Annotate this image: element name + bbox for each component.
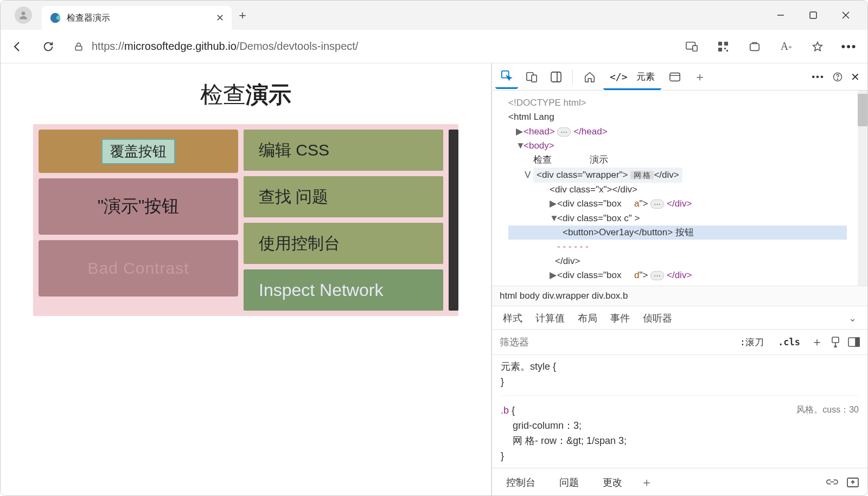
dom-text-inspect: 检查演示 [508,153,847,167]
application-tab-icon[interactable] [663,68,686,86]
styles-tab[interactable]: 样式 [503,312,522,325]
dom-div-x[interactable]: <div class="x"></div> [508,183,847,197]
screencast-icon[interactable] [681,37,703,56]
svg-rect-6 [75,46,82,50]
device-toggle-icon[interactable] [520,68,543,86]
welcome-tab-icon[interactable] [578,68,601,86]
favorite-icon[interactable] [807,37,828,56]
dom-wrapper[interactable]: V <div class="wrapper">网 格</div> [508,168,847,183]
browser-tab[interactable]: 检查器演示 ✕ [42,6,232,30]
svg-rect-17 [532,75,537,82]
toggle-pane-icon[interactable] [848,337,860,347]
read-aloud-icon[interactable]: A» [775,37,797,56]
changes-tab[interactable]: 更改 [597,473,628,492]
refresh-button[interactable] [39,37,58,56]
dom-box-d[interactable]: ▶<div class="box d"> ⋯ </div> [508,268,847,282]
overlay-button[interactable]: 覆盖按钮 [101,139,175,164]
grid-scrollbar[interactable] [449,130,458,311]
layout-tab[interactable]: 布局 [578,312,597,325]
dom-overlay-button[interactable]: <button>Over1ay</button> 按钮 [508,226,847,240]
computed-tab[interactable]: 计算值 [535,312,565,325]
devtools-tabs: </> 元素 ＋ ••• ✕ [492,63,867,91]
new-style-icon[interactable]: ＋ [811,334,823,350]
events-tab[interactable]: 事件 [610,312,630,325]
tab-title: 检查器演示 [67,12,210,24]
drawer-expand-icon[interactable] [847,478,859,487]
dom-box-a[interactable]: ▶<div class="box a"> ⋯ </div> [508,197,847,211]
right-column: 编辑 CSS 查找 问题 使用控制台 Inspect Network [244,130,443,311]
devtools-panel: </> 元素 ＋ ••• ✕ <!DOCTYPE html> <html Lan… [491,63,867,496]
cls-button[interactable]: .cls [775,336,803,349]
svg-rect-11 [718,48,722,51]
dom-tree[interactable]: <!DOCTYPE html> <html Lang ▶<head> ⋯ </h… [492,91,858,286]
add-tab-icon[interactable]: ＋ [688,66,711,88]
hov-button[interactable]: :滚刀 [737,335,767,350]
rule-b[interactable]: 风格。cuss：30 .b { grid-column：3; 网 格- row：… [501,403,859,468]
add-drawer-tab-icon[interactable]: ＋ [641,474,653,491]
minimize-icon[interactable] [774,9,787,22]
qr-icon[interactable] [712,37,734,56]
back-button[interactable] [8,37,28,56]
drawer-tabs: 控制台 问题 更改 ＋ [492,468,867,496]
issues-tab[interactable]: 问题 [554,473,584,492]
collections-icon[interactable] [744,37,765,56]
listeners-tab[interactable]: 侦听器 [643,312,672,325]
maximize-icon[interactable] [807,9,820,22]
styles-filter-input[interactable] [500,337,729,348]
dock-side-icon[interactable] [545,68,567,86]
styles-filter-bar: :滚刀 .cls ＋ [492,330,867,355]
devtools-close-icon[interactable]: ✕ [851,70,860,83]
dom-div-close[interactable]: </div> [508,254,847,268]
item-edit-css[interactable]: 编辑 CSS [244,130,443,171]
more-tools-icon[interactable]: ••• [812,72,825,82]
item-use-console[interactable]: 使用控制台 [244,223,443,264]
window-controls [774,9,863,22]
svg-point-23 [837,79,838,79]
workspace: 检查演示 覆盖按钮 编辑 CSS 查找 问题 使用控制台 Inspect Net… [1,63,867,496]
svg-rect-13 [726,50,728,51]
svg-rect-12 [724,48,726,49]
rule-element-style[interactable]: 元素。style { } [501,359,859,396]
window-close-icon[interactable] [839,9,852,22]
svg-rect-18 [551,72,561,82]
profile-icon[interactable] [15,7,32,24]
dom-html[interactable]: <html Lang [508,110,847,124]
box-bad-contrast[interactable]: Bad Contrast [39,240,238,297]
new-tab-button[interactable]: ＋ [232,7,253,23]
dom-breadcrumb[interactable]: html body div.wrapper div.box.b [492,286,867,306]
dom-box-c[interactable]: ▼<div class="box c" > [508,211,847,226]
console-tab[interactable]: 控制台 [501,473,541,492]
box-c-demo-button[interactable]: "演示"按钮 [39,178,238,235]
svg-rect-24 [832,337,839,343]
demo-grid: 覆盖按钮 编辑 CSS 查找 问题 使用控制台 Inspect Network … [33,124,458,316]
paint-icon[interactable] [831,337,840,347]
chevron-down-icon[interactable]: ⌄ [848,312,857,324]
svg-rect-10 [724,42,728,46]
browser-chrome: 检查器演示 ✕ ＋ https://microsoftedge.github.i… [1,1,867,63]
inspect-element-icon[interactable] [495,67,518,89]
styles-tabs: 样式 计算值 布局 事件 侦听器 ⌄ [492,306,867,330]
dom-body[interactable]: ▼<body> [508,139,847,153]
edge-icon [49,12,61,24]
dom-head[interactable]: ▶<head> ⋯ </head> [508,125,847,139]
dom-scrollbar[interactable] [858,91,867,286]
svg-rect-3 [810,12,816,18]
more-icon[interactable]: ••• [838,37,860,56]
url-text: https://microsoftedge.github.io/Demos/de… [92,40,358,53]
box-a: 覆盖按钮 [39,130,238,173]
page-title: 检查演示 [1,80,491,110]
item-find-issues[interactable]: 查找 问题 [244,176,443,217]
svg-rect-20 [670,73,680,81]
url-box[interactable]: https://microsoftedge.github.io/Demos/de… [69,40,670,53]
svg-rect-26 [856,338,859,346]
lock-icon [73,41,84,52]
svg-rect-14 [750,43,760,50]
drawer-link-icon[interactable] [826,478,838,487]
help-icon[interactable] [832,72,843,82]
elements-tab[interactable]: </> 元素 [603,65,661,90]
styles-body[interactable]: 元素。style { } 风格。cuss：30 .b { grid-column… [492,355,867,468]
close-icon[interactable]: ✕ [215,14,224,22]
svg-rect-9 [718,42,722,46]
svg-point-0 [22,11,25,15]
item-inspect-network[interactable]: Inspect Network [244,269,443,311]
